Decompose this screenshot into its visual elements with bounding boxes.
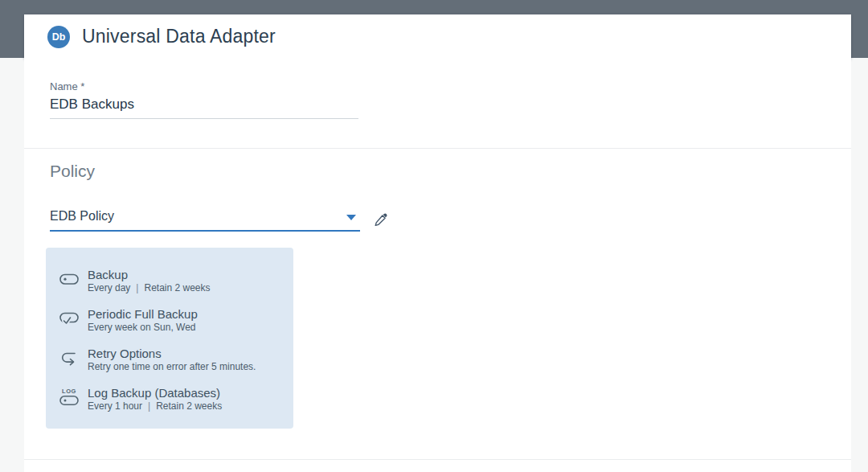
policy-summary-card: Backup Every day|Retain 2 weeks Periodic… xyxy=(46,248,293,429)
policy-section: Policy EDB Policy xyxy=(24,149,851,460)
db-app-icon: Db xyxy=(47,26,70,48)
name-label: Name * xyxy=(50,80,851,92)
backup-run-icon xyxy=(58,267,80,291)
policy-item-backup: Backup Every day|Retain 2 weeks xyxy=(58,267,280,294)
policy-item-log-backup: LOG Log Backup (Databases) Every 1 hour|… xyxy=(58,385,280,412)
policy-item-detail: Retry one time on error after 5 minutes. xyxy=(88,361,256,373)
policy-item-title: Retry Options xyxy=(88,346,256,361)
policy-item-title: Log Backup (Databases) xyxy=(88,385,222,400)
name-input[interactable]: EDB Backups xyxy=(50,96,358,119)
policy-item-detail: Every week on Sun, Wed xyxy=(88,322,198,334)
edit-policy-button[interactable] xyxy=(371,209,391,230)
detail-separator: | xyxy=(136,282,138,293)
log-backup-icon: LOG xyxy=(58,385,80,409)
policy-dropdown-row: EDB Policy xyxy=(50,209,851,232)
policy-item-detail: Every 1 hour|Retain 2 weeks xyxy=(88,400,222,412)
policy-item-periodic-full: Periodic Full Backup Every week on Sun, … xyxy=(58,306,280,334)
next-section-spacer xyxy=(24,460,851,471)
page-title: Universal Data Adapter xyxy=(82,26,276,47)
policy-item-retry: Retry Options Retry one time on error af… xyxy=(58,346,280,373)
log-icon-text: LOG xyxy=(62,388,76,395)
chevron-down-icon[interactable] xyxy=(346,215,356,220)
policy-select[interactable]: EDB Policy xyxy=(50,209,360,232)
policy-item-title: Periodic Full Backup xyxy=(88,306,198,322)
policy-select-value: EDB Policy xyxy=(50,209,114,224)
name-section: Name * EDB Backups xyxy=(24,59,851,149)
title-card: Db Universal Data Adapter xyxy=(24,14,851,59)
detail-separator: | xyxy=(148,400,150,412)
policy-heading: Policy xyxy=(50,160,851,183)
policy-item-title: Backup xyxy=(88,267,211,282)
periodic-full-backup-icon xyxy=(58,306,80,330)
content-panel: Name * EDB Backups Policy EDB Policy xyxy=(24,59,851,472)
policy-item-detail: Every day|Retain 2 weeks xyxy=(88,282,211,294)
retry-options-icon xyxy=(58,346,80,370)
pencil-icon xyxy=(372,211,390,228)
